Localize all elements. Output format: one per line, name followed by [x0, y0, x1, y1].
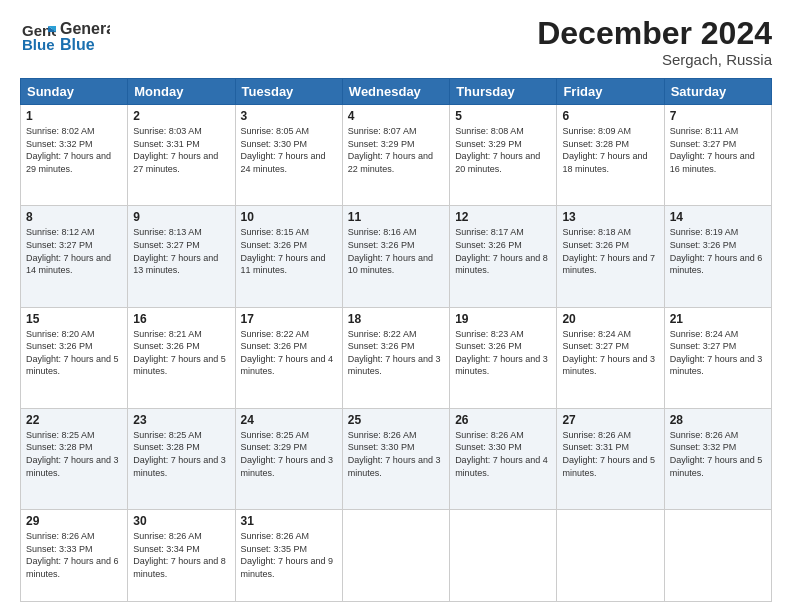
col-friday: Friday: [557, 79, 664, 105]
day-number: 6: [562, 109, 658, 123]
day-number: 25: [348, 413, 444, 427]
table-row: 14Sunrise: 8:19 AMSunset: 3:26 PMDayligh…: [664, 206, 771, 307]
col-tuesday: Tuesday: [235, 79, 342, 105]
table-row: 24Sunrise: 8:25 AMSunset: 3:29 PMDayligh…: [235, 408, 342, 509]
day-number: 11: [348, 210, 444, 224]
table-row: 7Sunrise: 8:11 AMSunset: 3:27 PMDaylight…: [664, 105, 771, 206]
day-number: 12: [455, 210, 551, 224]
day-number: 5: [455, 109, 551, 123]
day-number: 21: [670, 312, 766, 326]
table-row: 30Sunrise: 8:26 AMSunset: 3:34 PMDayligh…: [128, 509, 235, 601]
table-row: 8Sunrise: 8:12 AMSunset: 3:27 PMDaylight…: [21, 206, 128, 307]
col-sunday: Sunday: [21, 79, 128, 105]
cell-info: Sunrise: 8:03 AMSunset: 3:31 PMDaylight:…: [133, 125, 229, 175]
cell-info: Sunrise: 8:26 AMSunset: 3:34 PMDaylight:…: [133, 530, 229, 580]
calendar-week-row: 22Sunrise: 8:25 AMSunset: 3:28 PMDayligh…: [21, 408, 772, 509]
table-row: 6Sunrise: 8:09 AMSunset: 3:28 PMDaylight…: [557, 105, 664, 206]
day-number: 15: [26, 312, 122, 326]
calendar-week-row: 15Sunrise: 8:20 AMSunset: 3:26 PMDayligh…: [21, 307, 772, 408]
cell-info: Sunrise: 8:22 AMSunset: 3:26 PMDaylight:…: [348, 328, 444, 378]
day-number: 20: [562, 312, 658, 326]
day-number: 3: [241, 109, 337, 123]
cell-info: Sunrise: 8:22 AMSunset: 3:26 PMDaylight:…: [241, 328, 337, 378]
page: General Blue General Blue December 2024 …: [0, 0, 792, 612]
table-row: 18Sunrise: 8:22 AMSunset: 3:26 PMDayligh…: [342, 307, 449, 408]
cell-info: Sunrise: 8:26 AMSunset: 3:31 PMDaylight:…: [562, 429, 658, 479]
page-title: December 2024: [537, 16, 772, 51]
table-row: 31Sunrise: 8:26 AMSunset: 3:35 PMDayligh…: [235, 509, 342, 601]
day-number: 14: [670, 210, 766, 224]
day-number: 10: [241, 210, 337, 224]
svg-text:Blue: Blue: [60, 36, 95, 53]
day-number: 28: [670, 413, 766, 427]
table-row: 25Sunrise: 8:26 AMSunset: 3:30 PMDayligh…: [342, 408, 449, 509]
day-number: 22: [26, 413, 122, 427]
cell-info: Sunrise: 8:25 AMSunset: 3:29 PMDaylight:…: [241, 429, 337, 479]
table-row: 29Sunrise: 8:26 AMSunset: 3:33 PMDayligh…: [21, 509, 128, 601]
cell-info: Sunrise: 8:26 AMSunset: 3:32 PMDaylight:…: [670, 429, 766, 479]
table-row: 26Sunrise: 8:26 AMSunset: 3:30 PMDayligh…: [450, 408, 557, 509]
cell-info: Sunrise: 8:11 AMSunset: 3:27 PMDaylight:…: [670, 125, 766, 175]
day-number: 7: [670, 109, 766, 123]
table-row: 10Sunrise: 8:15 AMSunset: 3:26 PMDayligh…: [235, 206, 342, 307]
day-number: 2: [133, 109, 229, 123]
table-row: 15Sunrise: 8:20 AMSunset: 3:26 PMDayligh…: [21, 307, 128, 408]
cell-info: Sunrise: 8:26 AMSunset: 3:30 PMDaylight:…: [348, 429, 444, 479]
cell-info: Sunrise: 8:24 AMSunset: 3:27 PMDaylight:…: [562, 328, 658, 378]
cell-info: Sunrise: 8:16 AMSunset: 3:26 PMDaylight:…: [348, 226, 444, 276]
header: General Blue General Blue December 2024 …: [20, 16, 772, 68]
table-row: [557, 509, 664, 601]
cell-info: Sunrise: 8:20 AMSunset: 3:26 PMDaylight:…: [26, 328, 122, 378]
svg-text:Blue: Blue: [22, 36, 55, 53]
table-row: 5Sunrise: 8:08 AMSunset: 3:29 PMDaylight…: [450, 105, 557, 206]
title-block: December 2024 Sergach, Russia: [537, 16, 772, 68]
day-number: 18: [348, 312, 444, 326]
table-row: 11Sunrise: 8:16 AMSunset: 3:26 PMDayligh…: [342, 206, 449, 307]
cell-info: Sunrise: 8:09 AMSunset: 3:28 PMDaylight:…: [562, 125, 658, 175]
table-row: 17Sunrise: 8:22 AMSunset: 3:26 PMDayligh…: [235, 307, 342, 408]
table-row: 20Sunrise: 8:24 AMSunset: 3:27 PMDayligh…: [557, 307, 664, 408]
table-row: [664, 509, 771, 601]
day-number: 30: [133, 514, 229, 528]
day-number: 4: [348, 109, 444, 123]
cell-info: Sunrise: 8:17 AMSunset: 3:26 PMDaylight:…: [455, 226, 551, 276]
cell-info: Sunrise: 8:25 AMSunset: 3:28 PMDaylight:…: [26, 429, 122, 479]
svg-text:General: General: [60, 20, 110, 37]
table-row: 12Sunrise: 8:17 AMSunset: 3:26 PMDayligh…: [450, 206, 557, 307]
day-number: 17: [241, 312, 337, 326]
table-row: 3Sunrise: 8:05 AMSunset: 3:30 PMDaylight…: [235, 105, 342, 206]
calendar-header-row: Sunday Monday Tuesday Wednesday Thursday…: [21, 79, 772, 105]
cell-info: Sunrise: 8:02 AMSunset: 3:32 PMDaylight:…: [26, 125, 122, 175]
day-number: 23: [133, 413, 229, 427]
col-saturday: Saturday: [664, 79, 771, 105]
day-number: 8: [26, 210, 122, 224]
cell-info: Sunrise: 8:19 AMSunset: 3:26 PMDaylight:…: [670, 226, 766, 276]
table-row: 28Sunrise: 8:26 AMSunset: 3:32 PMDayligh…: [664, 408, 771, 509]
table-row: 23Sunrise: 8:25 AMSunset: 3:28 PMDayligh…: [128, 408, 235, 509]
col-thursday: Thursday: [450, 79, 557, 105]
col-wednesday: Wednesday: [342, 79, 449, 105]
logo: General Blue General Blue: [20, 16, 110, 56]
table-row: 19Sunrise: 8:23 AMSunset: 3:26 PMDayligh…: [450, 307, 557, 408]
day-number: 26: [455, 413, 551, 427]
day-number: 29: [26, 514, 122, 528]
day-number: 24: [241, 413, 337, 427]
cell-info: Sunrise: 8:05 AMSunset: 3:30 PMDaylight:…: [241, 125, 337, 175]
cell-info: Sunrise: 8:18 AMSunset: 3:26 PMDaylight:…: [562, 226, 658, 276]
cell-info: Sunrise: 8:07 AMSunset: 3:29 PMDaylight:…: [348, 125, 444, 175]
table-row: 13Sunrise: 8:18 AMSunset: 3:26 PMDayligh…: [557, 206, 664, 307]
day-number: 16: [133, 312, 229, 326]
table-row: 22Sunrise: 8:25 AMSunset: 3:28 PMDayligh…: [21, 408, 128, 509]
cell-info: Sunrise: 8:08 AMSunset: 3:29 PMDaylight:…: [455, 125, 551, 175]
table-row: [342, 509, 449, 601]
logo-graphic: General Blue: [60, 16, 110, 56]
calendar-table: Sunday Monday Tuesday Wednesday Thursday…: [20, 78, 772, 602]
cell-info: Sunrise: 8:26 AMSunset: 3:33 PMDaylight:…: [26, 530, 122, 580]
cell-info: Sunrise: 8:15 AMSunset: 3:26 PMDaylight:…: [241, 226, 337, 276]
cell-info: Sunrise: 8:13 AMSunset: 3:27 PMDaylight:…: [133, 226, 229, 276]
calendar-week-row: 29Sunrise: 8:26 AMSunset: 3:33 PMDayligh…: [21, 509, 772, 601]
cell-info: Sunrise: 8:26 AMSunset: 3:35 PMDaylight:…: [241, 530, 337, 580]
cell-info: Sunrise: 8:24 AMSunset: 3:27 PMDaylight:…: [670, 328, 766, 378]
logo-icon: General Blue: [20, 18, 56, 54]
cell-info: Sunrise: 8:21 AMSunset: 3:26 PMDaylight:…: [133, 328, 229, 378]
